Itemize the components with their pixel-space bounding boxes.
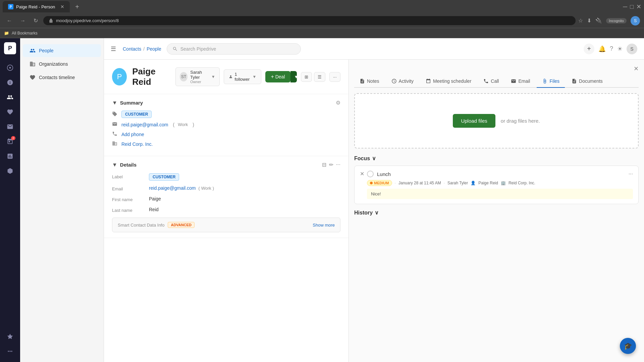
lastname-label: Last name bbox=[112, 207, 149, 213]
notes-tab-icon bbox=[360, 78, 365, 84]
add-phone-button[interactable]: Add phone bbox=[121, 132, 144, 137]
extensions-icon[interactable]: 🔌 bbox=[595, 17, 602, 24]
drag-files-text: or drag files here. bbox=[501, 118, 540, 124]
nav-mail-icon[interactable] bbox=[3, 120, 17, 133]
details-section: ▼ Details ⊟ ✏ ··· Label bbox=[104, 156, 348, 238]
upload-files-button[interactable]: Upload files bbox=[453, 114, 495, 128]
history-header[interactable]: History ∨ bbox=[354, 209, 639, 216]
priority-badge: MEDIUM bbox=[367, 180, 392, 186]
download-icon[interactable]: ⬇ bbox=[587, 17, 591, 24]
help-icon[interactable]: ? bbox=[610, 45, 613, 52]
documents-tab-icon bbox=[572, 78, 577, 84]
company-icon-meta: 🏢 bbox=[501, 181, 506, 185]
close-window-button[interactable]: ✕ bbox=[636, 3, 641, 10]
minimize-button[interactable]: ─ bbox=[623, 3, 627, 10]
owner-selector[interactable]: ST Sarah Tyler Owner ▼ bbox=[175, 67, 219, 86]
view-toggle: ⊞ ☰ bbox=[301, 72, 325, 82]
search-placeholder: Search Pipedrive bbox=[180, 46, 216, 52]
app-logo[interactable]: P bbox=[4, 42, 16, 54]
grid-view-button[interactable]: ⊞ bbox=[301, 72, 312, 82]
tab-call[interactable]: Call bbox=[478, 75, 504, 88]
search-bar[interactable]: Search Pipedrive bbox=[167, 43, 301, 55]
more-details-icon[interactable]: ··· bbox=[336, 162, 340, 168]
bookmarks-label[interactable]: All Bookmarks bbox=[12, 31, 38, 36]
email-detail-type: ( bbox=[198, 186, 200, 191]
person-avatar: P bbox=[112, 68, 127, 85]
list-view-button[interactable]: ☰ bbox=[314, 72, 325, 82]
help-widget-button[interactable]: 🎓 bbox=[620, 338, 636, 354]
maximize-button[interactable]: □ bbox=[630, 3, 634, 10]
history-title: History bbox=[354, 210, 373, 216]
nav-products-icon[interactable] bbox=[3, 164, 17, 178]
email-detail-link[interactable]: reid.paige@gmail.com bbox=[149, 185, 196, 191]
user-avatar[interactable]: S bbox=[627, 44, 637, 54]
sidebar-item-people[interactable]: People bbox=[23, 44, 101, 57]
follower-button[interactable]: 1 follower ▼ bbox=[224, 69, 262, 84]
person-scroll-area: ▼ Summary ⚙ CUSTOMER bbox=[104, 94, 348, 362]
more-options-button[interactable]: ··· bbox=[329, 72, 340, 82]
add-button[interactable]: + bbox=[584, 44, 594, 54]
breadcrumb-separator: / bbox=[143, 46, 145, 52]
nav-reports-icon[interactable] bbox=[3, 149, 17, 163]
settings-icon[interactable]: ☀ bbox=[617, 45, 623, 53]
tab-documents[interactable]: Documents bbox=[566, 75, 608, 88]
dismiss-button[interactable]: ✕ bbox=[360, 171, 364, 177]
forward-button[interactable]: → bbox=[17, 16, 28, 25]
company-link[interactable]: Reid Corp. Inc. bbox=[121, 141, 153, 147]
label-badge: CUSTOMER bbox=[149, 173, 179, 181]
address-bar[interactable]: moodjoy.pipedrive.com/person/8 bbox=[43, 16, 576, 25]
details-header: ▼ Details ⊟ ✏ ··· bbox=[112, 162, 340, 168]
bookmarks-folder-icon: 📁 bbox=[4, 31, 9, 36]
email-link[interactable]: reid.paige@gmail.com bbox=[121, 122, 168, 127]
back-button[interactable]: ← bbox=[4, 16, 15, 25]
tab-email[interactable]: Email bbox=[505, 75, 535, 88]
nav-calendar-icon[interactable]: 2 bbox=[3, 135, 17, 148]
tab-notes[interactable]: Notes bbox=[354, 75, 385, 88]
sidebar-item-organizations-label: Organizations bbox=[39, 61, 68, 67]
tab-meeting-scheduler[interactable]: Meeting scheduler bbox=[420, 75, 477, 88]
sidebar-item-organizations[interactable]: Organizations bbox=[23, 58, 101, 70]
filter-icon[interactable]: ⊟ bbox=[322, 162, 326, 168]
nav-deals-icon[interactable] bbox=[3, 76, 17, 89]
breadcrumb-contacts[interactable]: Contacts bbox=[123, 46, 141, 52]
tab-favicon: P bbox=[8, 4, 13, 9]
nav-automations-icon[interactable] bbox=[3, 330, 17, 343]
notifications-icon[interactable]: 🔔 bbox=[598, 45, 606, 53]
bookmark-star-icon[interactable]: ☆ bbox=[578, 17, 583, 24]
company-icon bbox=[112, 141, 118, 147]
breadcrumb: Contacts / People bbox=[123, 46, 161, 52]
menu-toggle-icon[interactable]: ☰ bbox=[111, 45, 116, 53]
edit-icon[interactable]: ✏ bbox=[329, 162, 333, 168]
new-tab-button[interactable]: + bbox=[72, 2, 82, 11]
details-toggle[interactable]: ▼ bbox=[112, 162, 117, 168]
summary-settings-icon[interactable]: ⚙ bbox=[336, 100, 340, 106]
nav-contacts-icon[interactable] bbox=[3, 90, 17, 104]
tab-close-button[interactable]: ✕ bbox=[60, 4, 64, 9]
activity-more-button[interactable]: ··· bbox=[629, 171, 633, 177]
lastname-value: Reid bbox=[149, 207, 340, 213]
summary-toggle[interactable]: ▼ bbox=[112, 100, 117, 106]
show-more-button[interactable]: Show more bbox=[313, 223, 335, 228]
tab-files[interactable]: Files bbox=[537, 75, 565, 88]
sidebar-item-contacts-timeline[interactable]: Contacts timeline bbox=[23, 71, 101, 84]
profile-icon[interactable]: S bbox=[631, 16, 640, 25]
nav-more-icon[interactable] bbox=[3, 345, 17, 358]
right-panel: ✕ Notes Activity bbox=[349, 60, 644, 362]
nav-home-icon[interactable] bbox=[3, 61, 17, 74]
follower-count: 1 follower bbox=[235, 72, 251, 82]
activity-status-circle[interactable] bbox=[367, 171, 374, 177]
meeting-tab-icon bbox=[426, 78, 431, 84]
deal-button[interactable]: + Deal bbox=[265, 71, 290, 82]
focus-header[interactable]: Focus ∨ bbox=[354, 155, 639, 162]
person-name: Paige Reid bbox=[132, 66, 170, 87]
reload-button[interactable]: ↻ bbox=[31, 16, 41, 25]
tab-activity[interactable]: Activity bbox=[386, 75, 419, 88]
deal-dropdown-button[interactable]: ▼ bbox=[290, 71, 297, 82]
nav-leads-icon[interactable] bbox=[3, 105, 17, 119]
browser-tab[interactable]: P Paige Reid - Person ✕ bbox=[3, 1, 70, 12]
activity-note: Nice! bbox=[367, 189, 633, 199]
label-field-label: Label bbox=[112, 173, 149, 181]
activity-meta: MEDIUM · January 28 at 11:45 AM · Sarah … bbox=[367, 180, 633, 186]
search-icon bbox=[172, 46, 178, 52]
close-panel-button[interactable]: ✕ bbox=[634, 65, 639, 72]
